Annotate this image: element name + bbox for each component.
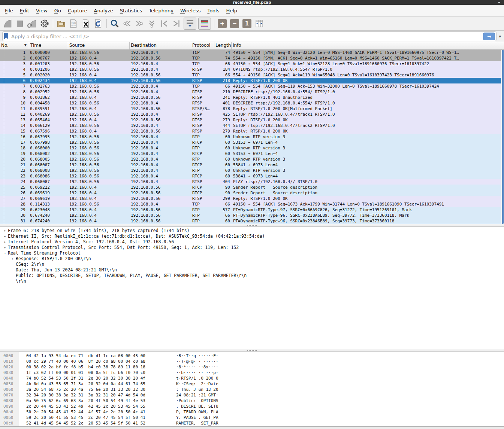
- detail-line[interactable]: ▾ Real Time Streaming Protocol: [0, 250, 504, 256]
- column-header[interactable]: No.: [0, 42, 29, 49]
- go-back-icon[interactable]: [122, 18, 132, 29]
- packet-row[interactable]: 27 0.069619 192.168.0.4 192.168.0.56 RTS…: [0, 196, 504, 201]
- go-forward-icon[interactable]: [134, 18, 145, 29]
- packet-row[interactable]: 24 0.068087 192.168.0.56 192.168.0.4 RTS…: [0, 179, 504, 185]
- menu-item[interactable]: Go: [51, 5, 64, 16]
- hex-row[interactable]: 0000 04 42 1a 93 54 da ec 71 db d1 1c ca…: [0, 353, 504, 359]
- hex-row[interactable]: 00a0 50 2c 20 54 45 41 52 44 4f 57 4e 2c…: [0, 409, 504, 415]
- start-capture-icon[interactable]: [2, 18, 13, 29]
- packet-row[interactable]: 4 0.001206 192.168.0.56 192.168.0.4 RTSP…: [0, 67, 504, 72]
- hex-row[interactable]: 0040 74 b0 52 54 53 50 2f 31 2e 30 20 32…: [0, 375, 504, 381]
- menu-item[interactable]: Capture: [64, 5, 91, 16]
- expander-icon[interactable]: ▸: [2, 245, 8, 250]
- expander-icon[interactable]: ▸: [2, 228, 8, 234]
- first-packet-icon[interactable]: [159, 18, 169, 29]
- detail-line[interactable]: ▸ Frame 6: 218 bytes on wire (1744 bits)…: [0, 228, 504, 234]
- column-header[interactable]: Protocol: [191, 42, 214, 49]
- packet-row[interactable]: 17 0.067998 192.168.0.56 192.168.0.4 RTC…: [0, 140, 504, 145]
- detail-line[interactable]: Date: Thu, Jun 13 2024 08:21:21 GMT\r\n: [0, 267, 504, 273]
- pane-splitter-details[interactable]: [0, 224, 504, 227]
- detail-line[interactable]: \r\n: [0, 279, 504, 284]
- capture-options-icon[interactable]: [39, 18, 50, 29]
- menu-item[interactable]: File: [1, 5, 16, 16]
- expander-icon[interactable]: ▸: [2, 239, 8, 245]
- detail-line[interactable]: ▸ Internet Protocol Version 4, Src: 192.…: [0, 239, 504, 245]
- packet-row[interactable]: 31 0.674240 192.168.0.4 192.168.0.56 RTP…: [0, 218, 504, 224]
- column-header[interactable]: Destination: [130, 42, 191, 49]
- packet-row[interactable]: 3 0.001203 192.168.0.56 192.168.0.4 TCP …: [0, 61, 504, 67]
- hex-row[interactable]: 0030 1f c3 62 ff 00 00 01 01 08 0a 5f fc…: [0, 370, 504, 375]
- filter-dropdown-caret[interactable]: ▾: [497, 34, 503, 39]
- menu-item[interactable]: View: [33, 5, 51, 16]
- bookmark-icon[interactable]: [4, 33, 8, 39]
- packet-list-scrollbar[interactable]: [501, 50, 504, 224]
- packet-row[interactable]: 9 0.003862 192.168.0.4 192.168.0.56 RTSP…: [0, 95, 504, 100]
- detail-line[interactable]: CSeq: 2\r\n: [0, 262, 504, 267]
- stop-capture-icon[interactable]: [15, 18, 25, 29]
- minimize-button[interactable]: –: [498, 0, 500, 5]
- packet-row[interactable]: 16 0.067995 192.168.0.56 192.168.0.4 RTP…: [0, 134, 504, 140]
- hex-row[interactable]: 0050 4b 0d 0a 43 53 65 71 3a 20 32 0d 0a…: [0, 381, 504, 387]
- restart-capture-icon[interactable]: [27, 18, 37, 29]
- packet-row[interactable]: 7 0.002763 192.168.0.56 192.168.0.4 TCP …: [0, 83, 504, 89]
- packet-row[interactable]: 26 0.069619 192.168.0.4 192.168.0.56 RTC…: [0, 190, 504, 196]
- packet-row[interactable]: 18 0.068000 192.168.0.56 192.168.0.4 RTP…: [0, 145, 504, 151]
- apply-filter-button[interactable]: →: [483, 33, 495, 40]
- open-file-icon[interactable]: [56, 18, 66, 29]
- menu-item[interactable]: Tools: [204, 5, 223, 16]
- hex-row[interactable]: 00b0 59 2c 20 50 41 55 53 45 2c 20 47 45…: [0, 415, 504, 420]
- scrollbar-thumb[interactable]: [502, 50, 504, 224]
- menu-item[interactable]: Telephony: [145, 5, 177, 16]
- packet-row[interactable]: 23 0.068086 192.168.0.56 192.168.0.4 RTC…: [0, 173, 504, 179]
- column-header[interactable]: Info: [232, 42, 504, 49]
- packet-row[interactable]: 20 0.068005 192.168.0.56 192.168.0.4 RTP…: [0, 156, 504, 162]
- menu-item[interactable]: Edit: [16, 5, 33, 16]
- menu-item[interactable]: Help: [223, 5, 241, 16]
- detail-line[interactable]: ▸ Transmission Control Protocol, Src Por…: [0, 245, 504, 250]
- zoom-100-icon[interactable]: 1: [242, 18, 252, 29]
- packet-row[interactable]: 1 0.000000 192.168.0.56 192.168.0.4 TCP …: [0, 50, 504, 55]
- hex-row[interactable]: 0060 3a 20 54 68 75 2c 20 4a 75 6e 20 31…: [0, 387, 504, 392]
- expander-icon[interactable]: [10, 267, 16, 273]
- zoom-in-icon[interactable]: +: [217, 18, 227, 29]
- hex-row[interactable]: 0010 00 cc 29 7f 40 00 40 06 8f 20 c0 a8…: [0, 359, 504, 364]
- hex-row[interactable]: 0020 00 38 02 2a bf fe f8 b5 b4 e0 38 78…: [0, 364, 504, 370]
- menu-item[interactable]: Analyze: [91, 5, 117, 16]
- hex-row[interactable]: 00c0 52 41 4d 45 54 45 52 2c 20 53 45 54…: [0, 420, 504, 426]
- packet-row[interactable]: 12 0.040269 192.168.0.56 192.168.0.4 RTS…: [0, 112, 504, 117]
- hex-row[interactable]: 0080 0a 50 75 62 6c 69 63 3a 20 4f 50 54…: [0, 398, 504, 404]
- packet-row[interactable]: 6 0.002434 192.168.0.4 192.168.0.56 RTSP…: [0, 78, 504, 83]
- column-header[interactable]: Length: [214, 42, 232, 49]
- save-file-icon[interactable]: 01010110: [68, 18, 79, 29]
- packet-row[interactable]: 10 0.004458 192.168.0.56 192.168.0.4 RTS…: [0, 100, 504, 106]
- filter-input[interactable]: Apply a display filter ... <Ctrl-/> →: [2, 31, 497, 41]
- hex-row[interactable]: 0070 32 34 20 30 38 3a 32 31 3a 32 31 20…: [0, 392, 504, 398]
- detail-line[interactable]: ▸ Response: RTSP/1.0 200 OK\r\n: [0, 256, 504, 262]
- find-packet-icon[interactable]: [109, 18, 120, 29]
- packet-row[interactable]: 8 0.002952 192.168.0.56 192.168.0.4 RTSP…: [0, 89, 504, 95]
- menu-item[interactable]: Wireless: [177, 5, 204, 16]
- packet-row[interactable]: 30 0.674240 192.168.0.4 192.168.0.56 RTP…: [0, 213, 504, 218]
- expander-icon[interactable]: [10, 273, 16, 279]
- detail-line[interactable]: ▸ Ethernet II, Src: ReolinkI_d1:1c:ca (e…: [0, 234, 504, 239]
- expander-icon[interactable]: ▸: [10, 256, 16, 262]
- packet-row[interactable]: 19 0.068002 192.168.0.56 192.168.0.4 RTC…: [0, 151, 504, 156]
- menu-item[interactable]: Statistics: [117, 5, 145, 16]
- column-header[interactable]: Source: [68, 42, 130, 49]
- expander-icon[interactable]: ▾: [2, 250, 8, 256]
- reload-file-icon[interactable]: [93, 18, 103, 29]
- auto-scroll-icon[interactable]: [184, 18, 196, 30]
- colorize-icon[interactable]: [198, 18, 211, 30]
- packet-row[interactable]: 14 0.066129 192.168.0.56 192.168.0.4 RTS…: [0, 123, 504, 128]
- expander-icon[interactable]: [10, 279, 16, 284]
- packet-row[interactable]: 28 0.114313 192.168.0.56 192.168.0.4 TCP…: [0, 201, 504, 207]
- zoom-out-icon[interactable]: −: [229, 18, 240, 29]
- packet-row[interactable]: 29 0.623048 192.168.0.4 192.168.0.56 RTP…: [0, 207, 504, 213]
- go-to-packet-icon[interactable]: [147, 18, 157, 29]
- packet-row[interactable]: 2 0.000767 192.168.0.4 192.168.0.56 TCP …: [0, 55, 504, 61]
- packet-row[interactable]: 15 0.067596 192.168.0.4 192.168.0.56 RTS…: [0, 128, 504, 134]
- expander-icon[interactable]: ▸: [2, 234, 8, 239]
- detail-line[interactable]: Public: OPTIONS, DESCRIBE, SETUP, TEARDO…: [0, 273, 504, 279]
- hex-row[interactable]: 0090 2c 20 44 45 53 43 52 49 42 45 2c 20…: [0, 404, 504, 409]
- packet-row[interactable]: 21 0.068007 192.168.0.56 192.168.0.4 RTC…: [0, 162, 504, 168]
